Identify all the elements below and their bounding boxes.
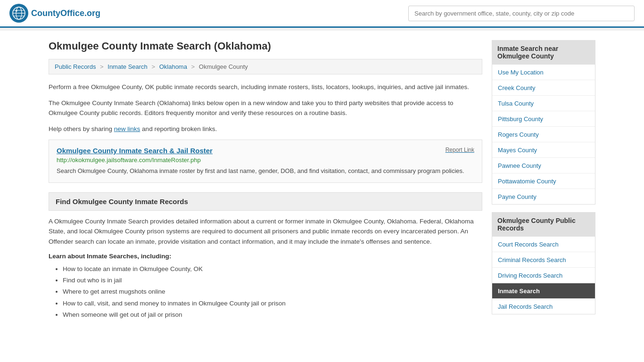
nearby-link-mayes[interactable]: Mayes County (498, 147, 537, 154)
public-records-driving[interactable]: Driving Records Search (492, 268, 595, 283)
public-records-header: Okmulgee County Public Records (492, 212, 595, 237)
nearby-link-item[interactable]: Pawnee County (492, 158, 595, 173)
page-title: Okmulgee County Inmate Search (Oklahoma) (49, 40, 482, 52)
nearby-links: Use My Location Creek County Tulsa Count… (492, 65, 595, 205)
use-my-location-item[interactable]: Use My Location (492, 65, 595, 80)
jail-records-link[interactable]: Jail Records Search (498, 303, 553, 310)
nearby-header: Inmate Search near Okmulgee County (492, 40, 595, 65)
breadcrumb-sep-1: > (100, 63, 104, 70)
use-my-location-link[interactable]: Use My Location (498, 69, 544, 76)
logo-text: CountyOffice.org (31, 8, 100, 18)
nearby-link-item[interactable]: Pottawatomie County (492, 173, 595, 189)
main-link-title: Okmulgee County Inmate Search & Jail Ros… (57, 147, 474, 155)
list-item: Where to get arrest mugshots online (63, 286, 482, 297)
intro-p1: Perform a free Okmulgee County, OK publi… (49, 82, 482, 92)
nearby-link-pawnee[interactable]: Pawnee County (498, 162, 541, 169)
criminal-records-link[interactable]: Criminal Records Search (498, 256, 566, 263)
breadcrumb-current: Okmulgee County (199, 63, 248, 70)
nearby-link-item[interactable]: Mayes County (492, 142, 595, 158)
main-link-url[interactable]: http://okokmulgee.jailsoftware.com/Inmat… (57, 156, 474, 164)
public-records-links: Court Records Search Criminal Records Se… (492, 237, 595, 314)
content-area: Okmulgee County Inmate Search (Oklahoma)… (49, 40, 482, 322)
breadcrumb-oklahoma[interactable]: Oklahoma (159, 63, 187, 70)
inmate-search-link-active[interactable]: Inmate Search (498, 288, 540, 295)
main-link-desc: Search Okmulgee County, Oklahoma inmate … (57, 166, 474, 176)
list-item: When someone will get out of jail or pri… (63, 309, 482, 321)
main-link-section: Okmulgee County Inmate Search & Jail Ros… (49, 140, 482, 183)
header: CountyOffice.org (0, 0, 644, 28)
nearby-link-pittsburg[interactable]: Pittsburg County (498, 115, 543, 123)
nearby-link-payne[interactable]: Payne County (498, 193, 537, 200)
public-records-court[interactable]: Court Records Search (492, 237, 595, 252)
intro-p3: Help others by sharing new links and rep… (49, 124, 482, 134)
nearby-link-creek[interactable]: Creek County (498, 84, 535, 91)
breadcrumb: Public Records > Inmate Search > Oklahom… (49, 59, 482, 74)
search-input[interactable] (408, 6, 635, 21)
nearby-link-tulsa[interactable]: Tulsa County (498, 100, 534, 107)
list-item: How to call, visit, and send money to in… (63, 298, 482, 309)
nearby-link-item[interactable]: Creek County (492, 80, 595, 96)
list-item: Find out who is in jail (63, 275, 482, 286)
public-records-criminal[interactable]: Criminal Records Search (492, 252, 595, 268)
nearby-link-item[interactable]: Rogers County (492, 127, 595, 142)
report-link[interactable]: Report Link (446, 147, 474, 153)
intro-p2: The Okmulgee County Inmate Search (Oklah… (49, 98, 482, 118)
breadcrumb-sep-2: > (151, 63, 155, 70)
main-container: Okmulgee County Inmate Search (Oklahoma)… (39, 31, 605, 331)
logo-area: CountyOffice.org (9, 4, 100, 23)
nearby-link-rogers[interactable]: Rogers County (498, 131, 539, 138)
breadcrumb-sep-3: > (191, 63, 195, 70)
court-records-link[interactable]: Court Records Search (498, 241, 559, 248)
nearby-link-pottawatomie[interactable]: Pottawatomie County (498, 178, 556, 185)
find-section-body: A Okmulgee County Inmate Search provides… (49, 216, 482, 247)
driving-records-link[interactable]: Driving Records Search (498, 272, 562, 279)
learn-title: Learn about Inmate Searches, including: (49, 253, 482, 260)
list-item: How to locate an inmate in Okmulgee Coun… (63, 263, 482, 275)
sidebar: Inmate Search near Okmulgee County Use M… (492, 40, 595, 322)
logo-icon (9, 4, 28, 23)
learn-list: How to locate an inmate in Okmulgee Coun… (49, 263, 482, 321)
nearby-link-item[interactable]: Payne County (492, 189, 595, 204)
find-section-header: Find Okmulgee County Inmate Records (49, 192, 482, 211)
nearby-link-item[interactable]: Tulsa County (492, 96, 595, 111)
nearby-link-item[interactable]: Pittsburg County (492, 111, 595, 127)
public-records-inmate-active[interactable]: Inmate Search (492, 283, 595, 299)
svg-point-5 (16, 10, 17, 12)
breadcrumb-public-records[interactable]: Public Records (55, 63, 96, 70)
search-bar[interactable] (408, 6, 635, 21)
public-records-jail[interactable]: Jail Records Search (492, 299, 595, 314)
new-links-link[interactable]: new links (114, 125, 140, 132)
main-link-anchor[interactable]: Okmulgee County Inmate Search & Jail Ros… (57, 147, 213, 155)
breadcrumb-inmate-search[interactable]: Inmate Search (107, 63, 148, 70)
